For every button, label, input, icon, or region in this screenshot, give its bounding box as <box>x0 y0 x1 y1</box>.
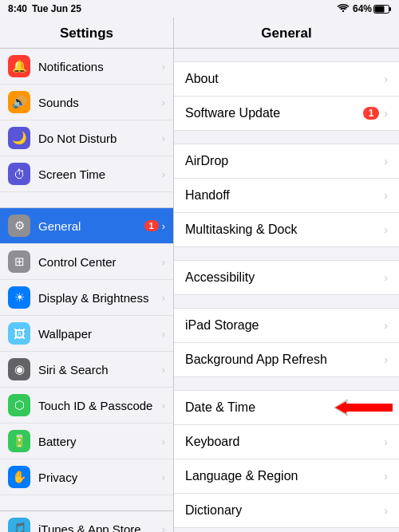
sidebar-label-sounds: Sounds <box>38 96 162 109</box>
settings-chevron-software-update: › <box>384 107 388 120</box>
sounds-icon: 🔊 <box>8 91 30 113</box>
settings-row-dictionary[interactable]: Dictionary› <box>174 493 399 528</box>
sidebar-item-touch-id[interactable]: ⬡Touch ID & Passcode› <box>0 388 173 424</box>
sidebar-item-do-not-disturb[interactable]: 🌙Do Not Disturb› <box>0 120 173 156</box>
sidebar-chevron-siri-search: › <box>162 364 165 376</box>
svg-point-0 <box>342 10 344 12</box>
settings-row-badge-software-update: 1 <box>363 107 380 120</box>
settings-row-ipad-storage[interactable]: iPad Storage› <box>174 308 399 343</box>
sidebar-label-touch-id: Touch ID & Passcode <box>38 399 162 412</box>
settings-group-4: Date & Time›Keyboard›Language & Region›D… <box>174 390 399 528</box>
settings-row-accessibility[interactable]: Accessibility› <box>174 260 399 295</box>
settings-row-handoff[interactable]: Handoff› <box>174 178 399 213</box>
settings-row-label-airdrop: AirDrop <box>185 154 384 168</box>
sidebar-chevron-wallpaper: › <box>162 328 165 340</box>
settings-row-date-time[interactable]: Date & Time› <box>174 390 399 425</box>
sidebar-item-general[interactable]: ⚙General1› <box>0 208 173 244</box>
battery-icon: 🔋 <box>8 430 30 452</box>
sidebar-chevron-display-brightness: › <box>162 292 165 304</box>
wifi-icon <box>337 3 350 14</box>
sidebar-item-battery[interactable]: 🔋Battery› <box>0 424 173 459</box>
settings-row-label-accessibility: Accessibility <box>185 270 384 285</box>
status-time: 8:40 <box>8 3 27 14</box>
sidebar-label-do-not-disturb: Do Not Disturb <box>38 132 162 145</box>
settings-group-0: About›Software Update1› <box>174 61 399 131</box>
sidebar-chevron-battery: › <box>162 435 165 447</box>
sidebar-item-control-center[interactable]: ⊞Control Center› <box>0 244 173 280</box>
sidebar-label-wallpaper: Wallpaper <box>38 327 162 341</box>
settings-row-language-region[interactable]: Language & Region› <box>174 459 399 494</box>
settings-row-background-app[interactable]: Background App Refresh› <box>174 342 399 377</box>
battery-percent: 64% <box>353 3 372 14</box>
sidebar: Settings 🔔Notifications›🔊Sounds›🌙Do Not … <box>0 18 174 532</box>
touch-id-icon: ⬡ <box>8 394 30 416</box>
settings-row-label-date-time: Date & Time <box>185 400 384 415</box>
general-icon: ⚙ <box>8 215 30 237</box>
settings-row-software-update[interactable]: Software Update1› <box>174 96 399 131</box>
sidebar-chevron-screen-time: › <box>162 168 165 180</box>
settings-row-label-dictionary: Dictionary <box>185 503 384 518</box>
sidebar-label-privacy: Privacy <box>38 471 162 484</box>
settings-chevron-background-app: › <box>384 353 388 366</box>
sidebar-item-notifications[interactable]: 🔔Notifications› <box>0 49 173 85</box>
settings-group-1: AirDrop›Handoff›Multitasking & Dock› <box>174 144 399 247</box>
status-left: 8:40 Tue Jun 25 <box>8 3 81 14</box>
notifications-icon: 🔔 <box>8 55 30 77</box>
sidebar-chevron-touch-id: › <box>162 400 165 412</box>
sidebar-group-spacer <box>0 495 173 511</box>
sidebar-chevron-sounds: › <box>162 97 165 108</box>
sidebar-item-wallpaper[interactable]: 🖼Wallpaper› <box>0 316 173 352</box>
settings-row-airdrop[interactable]: AirDrop› <box>174 144 399 179</box>
sidebar-items-container: 🔔Notifications›🔊Sounds›🌙Do Not Disturb›⏱… <box>0 49 173 532</box>
settings-row-multitasking[interactable]: Multitasking & Dock› <box>174 212 399 247</box>
settings-chevron-date-time: › <box>384 401 388 414</box>
sidebar-chevron-notifications: › <box>162 61 165 73</box>
settings-row-label-multitasking: Multitasking & Dock <box>185 223 384 237</box>
sidebar-item-itunes[interactable]: 🎵iTunes & App Store› <box>0 511 173 532</box>
svg-rect-3 <box>375 6 385 12</box>
screen-time-icon: ⏱ <box>8 163 30 185</box>
sidebar-chevron-do-not-disturb: › <box>162 132 165 144</box>
main-container: Settings 🔔Notifications›🔊Sounds›🌙Do Not … <box>0 18 399 532</box>
sidebar-label-screen-time: Screen Time <box>38 167 162 181</box>
status-date: Tue Jun 25 <box>32 3 81 14</box>
settings-row-about[interactable]: About› <box>174 61 399 97</box>
do-not-disturb-icon: 🌙 <box>8 127 30 149</box>
settings-chevron-keyboard: › <box>384 435 388 448</box>
settings-row-label-handoff: Handoff <box>185 188 384 203</box>
sidebar-label-battery: Battery <box>38 435 162 448</box>
status-bar: 8:40 Tue Jun 25 64% <box>0 0 399 18</box>
sidebar-item-privacy[interactable]: ✋Privacy› <box>0 459 173 495</box>
settings-row-keyboard[interactable]: Keyboard› <box>174 424 399 459</box>
sidebar-label-display-brightness: Display & Brightness <box>38 291 162 305</box>
settings-chevron-accessibility: › <box>384 271 388 284</box>
siri-search-icon: ◉ <box>8 358 30 380</box>
sidebar-item-sounds[interactable]: 🔊Sounds› <box>0 85 173 120</box>
battery-icon: 64% <box>353 3 391 14</box>
sidebar-item-siri-search[interactable]: ◉Siri & Search› <box>0 352 173 388</box>
wallpaper-icon: 🖼 <box>8 322 30 345</box>
sidebar-title: Settings <box>0 18 173 49</box>
svg-rect-2 <box>389 7 391 11</box>
settings-chevron-language-region: › <box>384 470 388 483</box>
status-right: 64% <box>337 3 391 14</box>
settings-row-label-ipad-storage: iPad Storage <box>185 318 384 333</box>
sidebar-chevron-general: › <box>162 220 165 232</box>
settings-group-3: iPad Storage›Background App Refresh› <box>174 308 399 377</box>
settings-row-label-background-app: Background App Refresh <box>185 353 384 367</box>
settings-row-label-language-region: Language & Region <box>185 469 384 483</box>
sidebar-badge-general: 1 <box>144 220 159 231</box>
itunes-icon: 🎵 <box>8 518 30 532</box>
sidebar-group-spacer <box>0 192 173 208</box>
settings-row-label-about: About <box>185 72 384 86</box>
settings-chevron-airdrop: › <box>384 155 388 167</box>
sidebar-label-siri-search: Siri & Search <box>38 363 162 376</box>
settings-chevron-about: › <box>384 73 388 85</box>
settings-row-label-software-update: Software Update <box>185 106 363 120</box>
sidebar-item-display-brightness[interactable]: ☀Display & Brightness› <box>0 280 173 316</box>
settings-row-label-keyboard: Keyboard <box>185 435 384 449</box>
settings-chevron-dictionary: › <box>384 504 388 517</box>
privacy-icon: ✋ <box>8 466 30 488</box>
sidebar-chevron-control-center: › <box>162 256 165 268</box>
sidebar-item-screen-time[interactable]: ⏱Screen Time› <box>0 156 173 192</box>
